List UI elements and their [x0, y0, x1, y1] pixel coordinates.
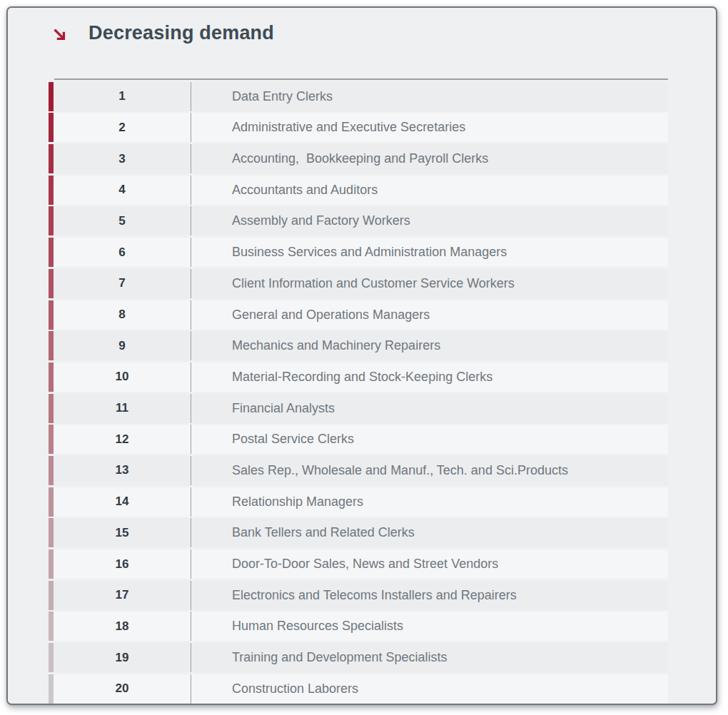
rank-cell: 2 — [54, 113, 191, 142]
job-cell: Financial Analysts — [191, 394, 668, 423]
rank-number: 5 — [118, 214, 125, 228]
rank-color-bar — [49, 612, 54, 641]
rank-color-bar — [49, 425, 54, 454]
job-cell: Accountants and Auditors — [191, 176, 668, 205]
job-title: Accounting, Bookkeeping and Payroll Cler… — [232, 151, 488, 166]
job-cell: Construction Laborers — [191, 674, 668, 704]
table-row: 8 General and Operations Managers — [49, 300, 668, 330]
rank-number: 8 — [118, 308, 125, 322]
table-row: 20 Construction Laborers — [49, 674, 668, 704]
rank-color-bar — [49, 549, 54, 579]
job-title: Data Entry Clerks — [232, 89, 333, 104]
job-cell: Accounting, Bookkeeping and Payroll Cler… — [191, 144, 668, 173]
rank-cell: 15 — [54, 518, 191, 547]
table-row: 13 Sales Rep., Wholesale and Manuf., Tec… — [49, 456, 668, 485]
rank-number: 3 — [118, 152, 125, 166]
rank-cell: 4 — [54, 176, 191, 205]
arrow-down-right-icon — [51, 26, 69, 44]
table-row: 14 Relationship Managers — [49, 487, 668, 517]
rank-number: 1 — [118, 89, 125, 103]
table-row: 17 Electronics and Telecoms Installers a… — [49, 581, 668, 610]
job-title: Relationship Managers — [232, 495, 363, 509]
rank-number: 17 — [116, 588, 129, 602]
rank-number: 19 — [116, 651, 129, 665]
rank-color-bar — [49, 144, 54, 173]
rank-cell: 17 — [54, 581, 191, 610]
ranking-table: 1 Data Entry Clerks 2 Administrative and… — [49, 78, 668, 704]
job-title: Bank Tellers and Related Clerks — [232, 525, 415, 540]
job-title: Financial Analysts — [232, 401, 335, 416]
rank-cell: 1 — [54, 82, 191, 111]
table-row: 4 Accountants and Auditors — [49, 176, 668, 205]
job-title: Accountants and Auditors — [232, 183, 378, 198]
table-row: 5 Assembly and Factory Workers — [49, 206, 668, 235]
job-cell: Data Entry Clerks — [191, 82, 668, 111]
rank-cell: 8 — [54, 300, 191, 330]
job-title: Door-To-Door Sales, News and Street Vend… — [232, 557, 498, 572]
table-row: 18 Human Resources Specialists — [49, 612, 668, 641]
table-top-border — [54, 78, 668, 80]
job-title: General and Operations Managers — [232, 308, 430, 323]
rank-cell: 16 — [54, 549, 191, 579]
table-row: 2 Administrative and Executive Secretari… — [49, 113, 668, 142]
job-cell: Training and Development Specialists — [191, 643, 668, 672]
rank-number: 6 — [118, 245, 125, 260]
rank-cell: 19 — [54, 643, 191, 672]
rank-number: 7 — [118, 276, 125, 290]
rank-number: 16 — [116, 557, 129, 572]
job-title: Human Resources Specialists — [232, 619, 403, 634]
section-header: Decreasing demand — [51, 22, 274, 44]
rank-number: 2 — [118, 121, 125, 135]
rank-color-bar — [49, 456, 54, 485]
table-row: 6 Business Services and Administration M… — [49, 238, 668, 267]
table-row: 1 Data Entry Clerks — [49, 82, 668, 111]
rank-color-bar — [49, 206, 54, 235]
rank-color-bar — [49, 176, 54, 205]
rank-number: 10 — [116, 370, 129, 384]
rank-color-bar — [49, 674, 54, 704]
rank-color-bar — [49, 269, 54, 298]
job-cell: Material-Recording and Stock-Keeping Cle… — [191, 362, 668, 392]
job-title: Sales Rep., Wholesale and Manuf., Tech. … — [232, 463, 568, 478]
rank-cell: 10 — [54, 362, 191, 392]
table-row: 11 Financial Analysts — [49, 394, 668, 423]
job-cell: Door-To-Door Sales, News and Street Vend… — [191, 549, 668, 579]
rank-number: 18 — [116, 619, 129, 634]
job-cell: Postal Service Clerks — [191, 425, 668, 454]
rank-cell: 11 — [54, 394, 191, 423]
rank-cell: 13 — [54, 456, 191, 485]
rank-number: 15 — [116, 526, 129, 540]
job-title: Postal Service Clerks — [232, 432, 354, 447]
job-title: Business Services and Administration Man… — [232, 245, 507, 260]
rank-number: 11 — [116, 401, 128, 415]
table-row: 9 Mechanics and Machinery Repairers — [49, 331, 668, 360]
rank-cell: 14 — [54, 487, 191, 517]
rank-cell: 7 — [54, 269, 191, 298]
rank-number: 12 — [116, 432, 129, 447]
job-cell: Administrative and Executive Secretaries — [191, 113, 668, 142]
section-title: Decreasing demand — [89, 22, 274, 44]
job-cell: Sales Rep., Wholesale and Manuf., Tech. … — [191, 456, 668, 485]
job-title: Assembly and Factory Workers — [232, 213, 410, 228]
rank-number: 4 — [118, 183, 125, 197]
rank-color-bar — [49, 300, 54, 330]
job-cell: Mechanics and Machinery Repairers — [191, 331, 668, 360]
rank-number: 13 — [116, 463, 129, 477]
job-title: Administrative and Executive Secretaries — [232, 120, 465, 135]
job-title: Material-Recording and Stock-Keeping Cle… — [232, 370, 492, 385]
job-cell: Bank Tellers and Related Clerks — [191, 518, 668, 547]
rank-color-bar — [49, 362, 54, 392]
job-title: Training and Development Specialists — [232, 650, 448, 665]
rank-cell: 5 — [54, 206, 191, 235]
job-cell: Business Services and Administration Man… — [191, 238, 668, 267]
table-row: 15 Bank Tellers and Related Clerks — [49, 518, 668, 547]
rank-cell: 20 — [54, 674, 191, 704]
rank-color-bar — [49, 82, 54, 111]
job-cell: Client Information and Customer Service … — [191, 269, 668, 298]
table-body: 1 Data Entry Clerks 2 Administrative and… — [49, 82, 668, 704]
rank-cell: 18 — [54, 612, 191, 641]
rank-cell: 12 — [54, 425, 191, 454]
rank-cell: 9 — [54, 331, 191, 360]
job-cell: Relationship Managers — [191, 487, 668, 517]
table-row: 3 Accounting, Bookkeeping and Payroll Cl… — [49, 144, 668, 173]
